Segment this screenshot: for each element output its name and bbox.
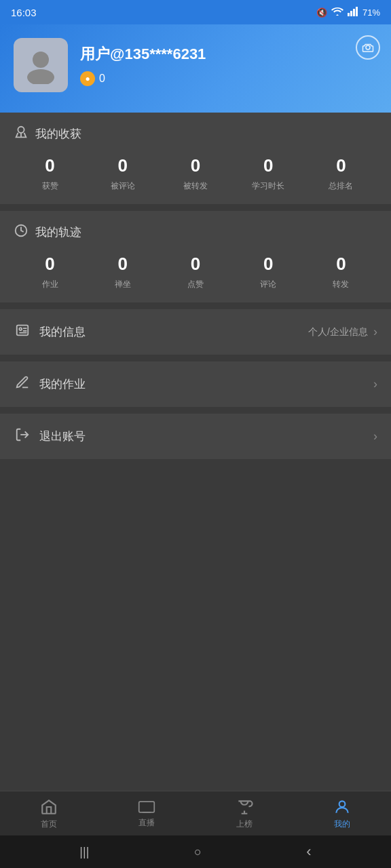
- trajectory-section: 我的轨迹 0 作业 0 禅坐 0 点赞 0 评论 0 转发: [0, 211, 391, 302]
- system-nav-bar: ||| ○ ‹: [0, 835, 391, 868]
- chevron-right-icon3: ›: [373, 429, 377, 443]
- my-homework-row[interactable]: 我的作业 ›: [0, 361, 391, 407]
- stat-rank: 0 总排名: [305, 155, 377, 192]
- status-bar: 16:03 🔇 71%: [0, 0, 391, 24]
- stat-rank-label: 总排名: [329, 180, 353, 192]
- svg-point-18: [339, 801, 346, 807]
- achievements-icon: [14, 125, 29, 143]
- chevron-right-icon2: ›: [373, 377, 377, 391]
- rank-icon-wrap: [236, 798, 253, 816]
- nav-rank[interactable]: 上榜: [196, 798, 293, 830]
- logout-label: 退出账号: [39, 429, 86, 444]
- homework-icon: [14, 375, 31, 393]
- achievements-stats: 0 获赞 0 被评论 0 被转发 0 学习时长 0 总排名: [14, 155, 377, 192]
- traj-likes: 0 点赞: [159, 254, 231, 290]
- nav-rank-label: 上榜: [236, 818, 253, 830]
- my-homework-left: 我的作业: [14, 375, 86, 393]
- home-button[interactable]: ○: [194, 845, 202, 859]
- signal-icon: [348, 7, 358, 18]
- svg-point-4: [33, 52, 49, 68]
- profile-coins: ● 0: [80, 71, 377, 86]
- logout-icon: [14, 427, 31, 446]
- stat-likes: 0 获赞: [14, 155, 86, 192]
- coin-value: 0: [99, 73, 105, 85]
- stat-likes-value: 0: [45, 155, 54, 176]
- bottom-nav: 首页 直播 上榜 我的: [0, 791, 391, 835]
- back-button[interactable]: ‹: [306, 843, 311, 861]
- my-homework-label: 我的作业: [39, 376, 86, 392]
- my-info-left: 我的信息: [14, 323, 86, 341]
- stat-comments-value: 0: [118, 155, 128, 176]
- coin-icon: ●: [80, 71, 95, 86]
- my-info-row[interactable]: 我的信息 个人/企业信息 ›: [0, 309, 391, 355]
- wifi-icon: [331, 7, 343, 18]
- stat-likes-label: 获赞: [42, 180, 58, 192]
- svg-rect-16: [139, 802, 155, 812]
- nav-home[interactable]: 首页: [0, 798, 98, 830]
- nav-mine-label: 我的: [334, 818, 350, 830]
- status-time: 16:03: [11, 7, 37, 18]
- mute-icon: 🔇: [316, 7, 327, 18]
- stat-study-label: 学习时长: [252, 180, 284, 192]
- home-icon: [40, 798, 58, 816]
- mine-icon-wrap: [333, 798, 351, 816]
- avatar[interactable]: [14, 38, 68, 92]
- tv-icon: [138, 800, 155, 814]
- svg-rect-2: [353, 9, 355, 16]
- achievements-label: 我的收获: [35, 126, 81, 142]
- my-info-right: 个人/企业信息 ›: [308, 325, 377, 339]
- my-info-section[interactable]: 我的信息 个人/企业信息 ›: [0, 309, 391, 355]
- chevron-right-icon: ›: [373, 325, 377, 339]
- traj-meditation: 0 禅坐: [86, 254, 159, 290]
- nav-mine[interactable]: 我的: [293, 798, 391, 830]
- stat-comments-label: 被评论: [111, 180, 135, 192]
- my-info-sublabel: 个人/企业信息: [308, 326, 368, 338]
- profile-header: 用户@135****6231 ● 0: [0, 24, 391, 113]
- logout-left: 退出账号: [14, 427, 86, 446]
- logout-row[interactable]: 退出账号 ›: [0, 414, 391, 459]
- logout-section[interactable]: 退出账号 ›: [0, 414, 391, 459]
- trajectory-title: 我的轨迹: [14, 223, 377, 241]
- achievements-title: 我的收获: [14, 125, 377, 143]
- stat-comments: 0 被评论: [86, 155, 159, 192]
- my-homework-right: ›: [373, 377, 377, 391]
- empty-area: [0, 466, 391, 791]
- stat-reposts-value: 0: [191, 155, 200, 176]
- svg-rect-0: [348, 13, 350, 16]
- profile-info: 用户@135****6231 ● 0: [80, 44, 377, 86]
- stat-reposts: 0 被转发: [159, 155, 231, 192]
- status-icons: 🔇 71%: [316, 7, 380, 18]
- camera-button[interactable]: [356, 35, 380, 60]
- svg-rect-3: [356, 7, 358, 16]
- home-icon-wrap: [40, 798, 58, 816]
- achievements-section: 我的收获 0 获赞 0 被评论 0 被转发 0 学习时长 0 总排名: [0, 113, 391, 204]
- traj-homework: 0 作业: [14, 254, 86, 290]
- svg-point-6: [366, 45, 370, 50]
- trajectory-label: 我的轨迹: [35, 224, 81, 240]
- recent-apps-button[interactable]: |||: [79, 845, 89, 859]
- stat-reposts-label: 被转发: [183, 180, 208, 192]
- profile-username: 用户@135****6231: [80, 44, 377, 64]
- my-info-label: 我的信息: [39, 324, 86, 340]
- logout-right: ›: [373, 429, 377, 443]
- trophy-icon: [236, 798, 253, 816]
- svg-rect-1: [350, 11, 352, 16]
- trajectory-icon: [14, 223, 29, 241]
- traj-comments: 0 评论: [232, 254, 305, 290]
- traj-reposts: 0 转发: [305, 254, 377, 290]
- battery-text: 71%: [362, 7, 380, 18]
- svg-point-5: [27, 69, 54, 84]
- nav-live-label: 直播: [138, 817, 155, 829]
- nav-home-label: 首页: [41, 818, 57, 830]
- svg-point-7: [18, 127, 24, 133]
- nav-live[interactable]: 直播: [98, 800, 196, 829]
- user-icon: [333, 798, 351, 816]
- trajectory-stats: 0 作业 0 禅坐 0 点赞 0 评论 0 转发: [14, 254, 377, 290]
- stat-rank-value: 0: [336, 155, 346, 176]
- info-icon: [14, 323, 31, 341]
- live-icon-wrap: [138, 800, 155, 814]
- stat-study-value: 0: [263, 155, 273, 176]
- stat-study-time: 0 学习时长: [232, 155, 305, 192]
- my-homework-section[interactable]: 我的作业 ›: [0, 361, 391, 407]
- svg-point-11: [19, 328, 22, 330]
